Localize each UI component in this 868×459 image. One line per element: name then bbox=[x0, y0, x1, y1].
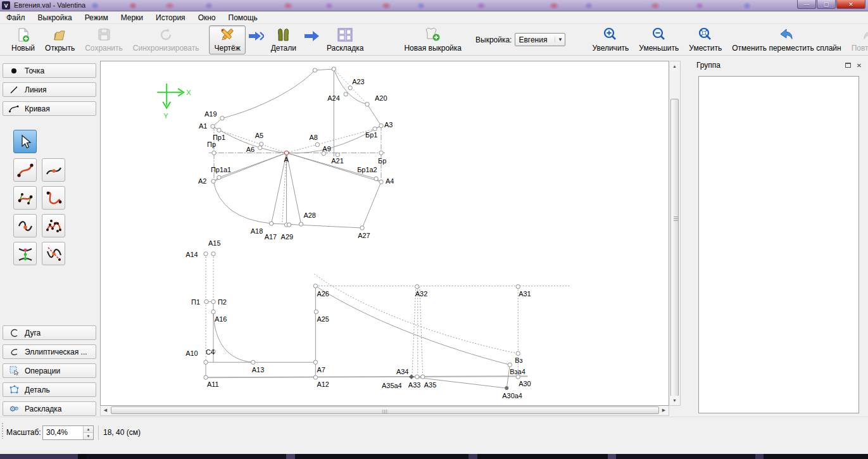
point-label[interactable]: A20 bbox=[375, 94, 387, 102]
pattern-point-A5[interactable] bbox=[260, 142, 263, 146]
pattern-point-Пр1а1[interactable] bbox=[217, 175, 221, 179]
point-label[interactable]: A21 bbox=[331, 157, 343, 165]
point-label[interactable]: A14 bbox=[186, 251, 198, 258]
point-label[interactable]: П2 bbox=[218, 298, 227, 306]
pattern-point-A7[interactable] bbox=[313, 360, 317, 364]
zoom-fit-button[interactable]: Уместить bbox=[684, 25, 727, 54]
pattern-point-A25[interactable] bbox=[314, 310, 318, 313]
pattern-point[interactable] bbox=[313, 68, 317, 72]
menu-file[interactable]: Файл bbox=[0, 11, 32, 24]
point-label[interactable]: A33 bbox=[408, 381, 420, 389]
pattern-point-A13[interactable] bbox=[251, 360, 255, 364]
pattern-point-A27[interactable] bbox=[360, 226, 364, 230]
point-label[interactable]: П1 bbox=[191, 298, 200, 306]
point-label[interactable]: A29 bbox=[281, 233, 293, 241]
point-label[interactable]: A16 bbox=[215, 315, 227, 323]
spline-tool-button[interactable] bbox=[13, 158, 37, 182]
point-label[interactable]: A11 bbox=[207, 380, 219, 388]
spline-handles-tool-button[interactable] bbox=[13, 186, 37, 210]
open-button[interactable]: Открыть bbox=[40, 25, 80, 54]
vertical-scrollbar[interactable]: ▲ ▼ bbox=[670, 61, 681, 406]
horizontal-scrollbar[interactable]: ◀ ▶ bbox=[100, 406, 669, 416]
pattern-point-A12[interactable] bbox=[313, 375, 317, 379]
scroll-up-icon[interactable]: ▲ bbox=[670, 61, 679, 71]
menu-window[interactable]: Окно bbox=[192, 11, 222, 24]
point-label[interactable]: A2 bbox=[198, 177, 206, 185]
scale-spinbox[interactable]: 30,4% ▲ ▼ bbox=[42, 425, 94, 440]
pattern-point-A30а4[interactable] bbox=[505, 386, 508, 390]
point-label[interactable]: A8 bbox=[309, 134, 317, 141]
point-label[interactable]: Пр bbox=[207, 141, 216, 149]
point-label[interactable]: A5 bbox=[255, 132, 263, 139]
point-label[interactable]: Пр1 bbox=[213, 134, 225, 141]
pattern-point-A8[interactable] bbox=[315, 142, 319, 146]
point-label[interactable]: A30а4 bbox=[502, 392, 522, 399]
select-tool-button[interactable] bbox=[13, 130, 37, 153]
pattern-point-A10[interactable] bbox=[204, 360, 208, 364]
windows-taskbar[interactable] bbox=[0, 454, 868, 459]
pattern-curve[interactable] bbox=[213, 181, 272, 223]
pattern-point-A29[interactable] bbox=[287, 223, 291, 227]
point-label[interactable]: A10 bbox=[186, 349, 198, 357]
pattern-point-A28[interactable] bbox=[299, 222, 303, 226]
point-label[interactable]: С4 bbox=[206, 348, 215, 356]
point-label[interactable]: A35а4 bbox=[382, 382, 402, 389]
pattern-curve[interactable] bbox=[315, 286, 510, 365]
pattern-point-A6[interactable] bbox=[258, 146, 262, 149]
pattern-point-A31[interactable] bbox=[516, 285, 520, 289]
pattern-point[interactable] bbox=[332, 67, 336, 71]
zoom-in-button[interactable]: Увеличить bbox=[587, 25, 634, 54]
point-label[interactable]: A15 bbox=[208, 239, 220, 247]
spline-point-tool-button[interactable] bbox=[42, 158, 65, 182]
point-label[interactable]: Бр1 bbox=[365, 131, 377, 139]
close-panel-icon[interactable]: ✕ bbox=[853, 60, 865, 70]
vertical-scroll-thumb[interactable] bbox=[670, 99, 679, 396]
pattern-point-A32[interactable] bbox=[415, 285, 419, 289]
pattern-point-П1[interactable] bbox=[204, 299, 208, 303]
menu-measurements[interactable]: Мерки bbox=[115, 11, 149, 24]
point-label[interactable]: A24 bbox=[327, 94, 339, 102]
point-label[interactable]: A19 bbox=[204, 110, 217, 118]
close-button[interactable]: ✕ bbox=[836, 0, 865, 9]
pattern-combo-select[interactable]: Евгения ▼ bbox=[515, 33, 565, 46]
point-label[interactable]: A31 bbox=[519, 290, 531, 298]
scroll-left-icon[interactable]: ◀ bbox=[101, 406, 110, 415]
zoom-out-button[interactable]: Уменьшить bbox=[634, 25, 684, 54]
pattern-point-A11[interactable] bbox=[204, 375, 208, 379]
mode-layout-button[interactable]: Раскладка bbox=[322, 25, 369, 54]
point-label[interactable]: A32 bbox=[415, 290, 427, 298]
group-point[interactable]: Точка bbox=[3, 63, 96, 78]
point-label[interactable]: A6 bbox=[246, 146, 255, 153]
pattern-point-A[interactable] bbox=[284, 151, 288, 154]
pattern-point-A16[interactable] bbox=[211, 310, 215, 313]
point-label[interactable]: A12 bbox=[317, 380, 329, 388]
pattern-point-A21[interactable] bbox=[336, 153, 339, 156]
point-label[interactable]: A34 bbox=[396, 368, 408, 375]
pattern-point-Пр1[interactable] bbox=[217, 128, 221, 132]
point-label[interactable]: A4 bbox=[386, 177, 394, 185]
curve-cut-tool-button[interactable] bbox=[42, 242, 65, 265]
menu-help[interactable]: Помощь bbox=[222, 11, 264, 24]
pattern-point-Бр[interactable] bbox=[379, 151, 383, 154]
pattern-point-A15[interactable] bbox=[211, 252, 215, 256]
point-label[interactable]: A27 bbox=[358, 232, 370, 239]
spline-midpoint-tool-button[interactable] bbox=[13, 214, 37, 237]
point-label[interactable]: A bbox=[284, 156, 289, 163]
point-label[interactable]: A7 bbox=[317, 366, 325, 374]
pattern-point-A19[interactable] bbox=[220, 116, 224, 120]
scroll-down-icon[interactable]: ▼ bbox=[670, 396, 679, 405]
group-operations[interactable]: Операции bbox=[3, 363, 96, 378]
point-label[interactable]: A1 bbox=[199, 122, 207, 130]
pattern-point-A14[interactable] bbox=[204, 252, 208, 256]
pattern-point-A18[interactable] bbox=[269, 222, 273, 225]
pattern-point-П2[interactable] bbox=[211, 299, 215, 303]
minimize-button[interactable]: — bbox=[797, 0, 816, 9]
pattern-point-A26[interactable] bbox=[313, 284, 317, 288]
pattern-point-A20[interactable] bbox=[365, 103, 369, 106]
pattern-point-A30[interactable] bbox=[516, 375, 520, 379]
pattern-point-A24[interactable] bbox=[344, 92, 348, 96]
group-layout[interactable]: ⚙⚙ Раскладка bbox=[3, 401, 96, 416]
new-pattern-button[interactable]: Новая выкройка bbox=[399, 25, 467, 54]
group-list[interactable] bbox=[698, 76, 859, 413]
mode-draw-button[interactable]: Чертёж bbox=[209, 25, 245, 54]
